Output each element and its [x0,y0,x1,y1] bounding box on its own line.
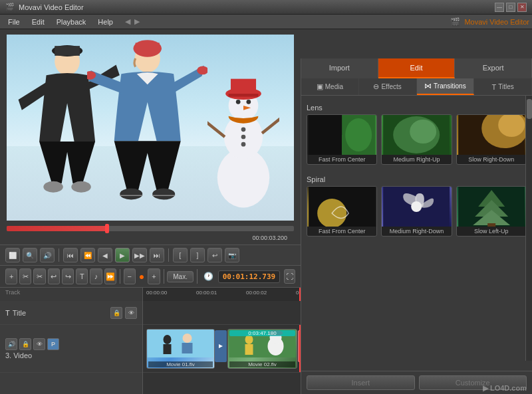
tab-edit[interactable]: Edit [378,58,456,78]
out-point-button[interactable]: ] [190,248,205,262]
lens-label-2: Medium Right-Up [382,155,451,164]
audio-tool[interactable]: ♪ [90,268,102,284]
tracks-content[interactable]: 0:02:08.900 [143,301,301,394]
volume-button[interactable]: 🔊 [40,248,55,262]
svg-point-55 [345,118,372,151]
text-tool[interactable]: T [76,268,88,284]
spiral-section: Spiral Fast From Center [307,173,527,237]
edit-tab-titles[interactable]: T Titles [474,78,532,95]
clip-movie02[interactable]: 0:03:47.180 [227,329,297,369]
speed-tool[interactable]: ⏩ [104,268,116,284]
app-icon: 🎬 [5,3,15,11]
playhead [299,325,301,372]
lens-thumb-2 [382,115,451,155]
time-counter: 00:01:12.739 [218,270,280,283]
go-end-button[interactable]: ⏭ [150,248,164,262]
menu-file[interactable]: File [3,17,25,27]
video-track-lock[interactable]: 🔒 [19,338,31,350]
svg-point-3 [43,181,63,193]
timeline: Track 00:00:00 00:00:01 00:00:02 00:00:0… [0,288,301,394]
title-track-eye[interactable]: 👁 [125,307,137,319]
time-display: 00:00:03.200 [7,234,294,242]
progress-bar[interactable] [7,226,294,231]
zoom-button[interactable]: 🔍 [23,248,37,262]
menu-help[interactable]: Help [92,17,118,27]
video-track-p[interactable]: P [47,338,59,350]
title-track-label: T Title 🔒 👁 [0,301,142,325]
video-track-name: 3. Video [5,351,59,359]
timeline-header: Track 00:00:00 00:00:01 00:00:02 00:00:0… [0,288,301,301]
step-back-button[interactable]: ◀ [98,248,112,262]
maximize-button[interactable]: □ [506,3,515,12]
lens-effect-2[interactable]: Medium Right-Up [381,114,452,165]
scissors-tool[interactable]: ✂ [19,268,31,284]
undo-tool[interactable]: ↩ [48,268,60,284]
insert-button[interactable]: Insert [307,375,415,390]
lens-effect-1[interactable]: Fast From Center [307,114,377,165]
svg-point-20 [236,100,241,104]
step-forward-button[interactable]: ▶▶ [132,248,147,262]
menu-edit[interactable]: Edit [27,17,50,27]
spiral-effect-3[interactable]: Slow Left-Up [456,186,527,237]
effects-panel: Lens Fast From Center [301,96,532,371]
lens-title: Lens [307,101,527,114]
video-track-eye[interactable]: 👁 [33,338,45,350]
timeline-ruler[interactable]: 00:00:00 00:00:01 00:00:02 00:00:03 00:0… [143,288,301,301]
lens-label-3: Slow Right-Down [457,155,526,164]
redo-tool[interactable]: ↪ [62,268,74,284]
svg-line-26 [207,122,225,137]
menu-playback[interactable]: Playback [51,17,92,27]
svg-rect-34 [182,343,193,353]
title-track-lock[interactable]: 🔒 [110,307,122,319]
play-button[interactable]: ▶ [115,248,130,262]
cut-tool[interactable]: ✂ [33,268,45,284]
person-right-figure [87,39,207,215]
in-point-button[interactable]: [ [173,248,188,262]
svg-rect-32 [164,344,172,354]
progress-thumb[interactable] [105,224,109,233]
right-scrollbar-thumb[interactable] [527,99,532,119]
media-icon: ▣ [317,82,323,91]
svg-point-33 [183,334,192,343]
transitions-icon: ⋈ [424,82,432,90]
right-scrollbar[interactable] [525,96,532,361]
titlebar: 🎬 Movavi Video Editor — □ ✕ [0,0,532,15]
clip-movie01[interactable]: 0:02:08.900 [146,329,215,369]
tab-import[interactable]: Import [301,58,378,78]
menubar: File Edit Playback Help ◀ ▶ 🎬 Movavi Vid… [0,15,532,29]
right-panel: Import Edit Export ▣ Media ⊖ Effects ⋈ T… [301,58,532,394]
add-tool[interactable]: + [5,268,17,284]
zoom-out-tool[interactable]: − [124,268,136,284]
undo-button[interactable]: ↩ [207,248,222,262]
max-button[interactable]: Max. [167,271,194,282]
playback-controls: ⬜ 🔍 🔊 ⏮ ⏪ ◀ ▶ ▶▶ ⏭ [ ] ↩ 📷 [0,245,301,265]
crop-button[interactable]: ⬜ [5,248,20,262]
edit-tab-media[interactable]: ▣ Media [301,78,359,95]
tab-export[interactable]: Export [455,58,532,78]
fullscreen-button[interactable]: ⛶ [284,269,295,284]
toolbar-divider-3 [197,269,198,284]
close-button[interactable]: ✕ [517,3,527,12]
spiral-effect-2[interactable]: Medium Right-Down [381,186,452,237]
video-track-row: 0:02:08.900 [143,325,301,373]
titles-icon: T [491,83,496,91]
lens-grid: Fast From Center Medium Right-Up [307,114,527,165]
zoom-in-tool[interactable]: + [148,268,160,284]
rewind-button[interactable]: ⏪ [80,248,95,262]
spiral-effect-1[interactable]: Fast From Center [307,186,377,237]
lens-label-1: Fast From Center [307,155,376,164]
app-title: Movavi Video Editor [19,3,84,11]
lens-section: Lens Fast From Center [307,101,527,165]
svg-point-11 [152,188,175,199]
minimize-button[interactable]: — [495,3,504,12]
edit-tab-effects-label: Effects [381,83,401,90]
video-track-audio[interactable]: 🔊 [5,338,17,350]
snapshot-button[interactable]: 📷 [225,248,239,262]
edit-tab-transitions[interactable]: ⋈ Transitions [417,78,475,95]
lens-effect-3[interactable]: Slow Right-Down [456,114,527,165]
edit-tab-effects[interactable]: ⊖ Effects [359,78,417,95]
svg-point-25 [241,142,246,147]
progress-area[interactable]: 00:00:03.200 [0,221,301,245]
transition-1[interactable] [215,330,227,362]
go-start-button[interactable]: ⏮ [63,248,78,262]
